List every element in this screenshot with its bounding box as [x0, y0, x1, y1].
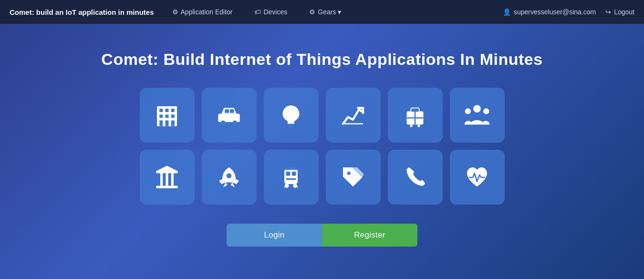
car-icon [216, 102, 242, 129]
svg-point-25 [473, 105, 481, 113]
svg-rect-6 [171, 114, 175, 118]
devices-icon: 🏷 [254, 8, 261, 16]
svg-rect-15 [288, 124, 294, 126]
svg-rect-31 [166, 173, 168, 186]
navbar-right: 👤 supervesseluser@sina.com ↪ Logout [503, 8, 634, 16]
tile-lightbulb[interactable] [264, 88, 319, 143]
tile-tags[interactable] [326, 150, 381, 205]
svg-point-34 [227, 173, 232, 178]
rocket-icon [216, 164, 242, 191]
nav-devices[interactable]: 🏷 Devices [250, 6, 291, 18]
logout-icon: ↪ [605, 8, 611, 16]
tile-luggage[interactable] [388, 88, 443, 143]
lightbulb-icon [278, 102, 304, 129]
phone-icon [402, 164, 428, 191]
tile-rocket[interactable] [202, 150, 257, 205]
application-editor-icon: ⚙ [172, 8, 178, 16]
nav-application-editor[interactable]: ⚙ Application Editor [168, 6, 237, 18]
brand: Comet: build an IoT application in minut… [10, 8, 154, 16]
page-title: Comet: Build Internet of Things Applicat… [101, 50, 542, 69]
luggage-icon [402, 102, 428, 129]
svg-rect-36 [286, 171, 291, 176]
svg-rect-8 [166, 120, 169, 126]
svg-point-26 [465, 108, 471, 114]
nav-devices-label: Devices [263, 8, 287, 16]
svg-rect-43 [284, 167, 298, 170]
svg-point-44 [347, 171, 351, 175]
tile-government[interactable] [140, 150, 195, 205]
main-content: Comet: Build Internet of Things Applicat… [0, 24, 644, 247]
building-icon [154, 102, 180, 129]
user-email: 👤 supervesseluser@sina.com [503, 8, 596, 16]
svg-rect-21 [410, 124, 413, 127]
nav-gears[interactable]: ⚙ Gears ▾ [305, 6, 345, 18]
svg-rect-22 [417, 124, 420, 127]
svg-rect-5 [166, 114, 169, 118]
nav-application-editor-label: Application Editor [181, 8, 233, 16]
svg-point-27 [483, 108, 489, 114]
logout-label: Logout [614, 8, 634, 16]
navbar: Comet: build an IoT application in minut… [0, 0, 644, 24]
analytics-icon [340, 102, 366, 129]
nav-gears-label: Gears ▾ [318, 8, 341, 16]
login-button[interactable]: Login [227, 224, 322, 247]
tile-people[interactable] [450, 88, 505, 143]
tags-icon [340, 164, 366, 191]
svg-rect-3 [171, 109, 175, 112]
svg-rect-28 [156, 186, 178, 188]
tile-train[interactable] [264, 150, 319, 205]
svg-rect-30 [160, 173, 163, 186]
tile-car[interactable] [202, 88, 257, 143]
svg-rect-4 [159, 114, 163, 118]
brand-name: Comet [10, 8, 32, 16]
brand-subtitle: : build an IoT application in minutes [32, 8, 154, 16]
svg-rect-32 [171, 173, 174, 186]
svg-rect-7 [159, 120, 163, 126]
tile-health[interactable] [450, 150, 505, 205]
svg-rect-10 [218, 114, 240, 122]
government-icon [154, 164, 180, 191]
logout-button[interactable]: ↪ Logout [605, 8, 634, 16]
train-icon [278, 164, 304, 191]
svg-rect-29 [156, 171, 178, 173]
svg-marker-33 [157, 165, 177, 171]
svg-rect-35 [284, 169, 298, 184]
svg-rect-1 [159, 109, 163, 112]
svg-rect-14 [230, 109, 234, 113]
navbar-left: Comet: build an IoT application in minut… [10, 6, 345, 18]
user-email-text: supervesseluser@sina.com [514, 8, 596, 16]
svg-point-12 [232, 120, 238, 125]
svg-rect-2 [166, 109, 169, 112]
svg-rect-37 [292, 171, 296, 176]
svg-rect-38 [286, 178, 296, 180]
svg-rect-9 [171, 120, 175, 126]
gears-icon: ⚙ [309, 8, 315, 16]
tile-building[interactable] [140, 88, 195, 143]
svg-rect-13 [225, 109, 229, 113]
register-button[interactable]: Register [322, 224, 417, 247]
user-icon: 👤 [503, 8, 511, 16]
icon-grid [140, 88, 505, 205]
health-icon [464, 164, 490, 191]
svg-point-11 [221, 120, 226, 125]
svg-rect-16 [289, 126, 294, 127]
people-icon [464, 102, 490, 129]
button-row: Login Register [227, 224, 417, 247]
tile-analytics[interactable] [326, 88, 381, 143]
tile-phone[interactable] [388, 150, 443, 205]
